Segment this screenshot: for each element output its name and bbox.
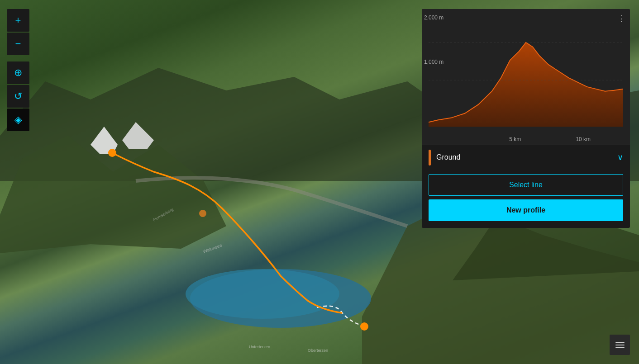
rotate-button[interactable]: ↺	[7, 85, 29, 108]
more-options-icon[interactable]: ⋮	[617, 14, 625, 24]
toolbar: + − ⊕ ↺ ◈	[7, 9, 29, 131]
zoom-out-button[interactable]: −	[7, 33, 29, 55]
right-panel: ⋮ 2,000 m 1,000 m 5 km 10 km Gro	[422, 9, 630, 228]
layers-button[interactable]: ◈	[7, 109, 29, 131]
svg-point-10	[199, 210, 206, 217]
y-axis-label-1000: 1,000 m	[424, 59, 443, 65]
x-axis-label-10km: 10 km	[576, 136, 591, 142]
ground-dropdown[interactable]: Ground ∨	[422, 145, 630, 170]
y-axis-label-2000: 2,000 m	[424, 14, 443, 21]
pan-button[interactable]: ⊕	[7, 61, 29, 84]
svg-text:Oberterzen: Oberterzen	[308, 348, 328, 353]
elevation-chart: ⋮ 2,000 m 1,000 m 5 km 10 km	[422, 9, 630, 145]
chevron-down-icon[interactable]: ∨	[617, 152, 623, 162]
svg-point-9	[360, 322, 368, 331]
svg-point-7	[186, 269, 339, 319]
chart-svg	[429, 16, 623, 131]
menu-line-1	[615, 342, 625, 343]
svg-text:Walensee: Walensee	[202, 242, 223, 254]
zoom-in-button[interactable]: +	[7, 9, 29, 32]
new-profile-button[interactable]: New profile	[429, 199, 623, 221]
menu-line-3	[615, 347, 625, 348]
svg-point-8	[108, 149, 116, 157]
menu-button[interactable]	[610, 335, 630, 355]
ground-accent-bar	[429, 150, 431, 165]
svg-text:Unterterzen: Unterterzen	[249, 345, 270, 349]
select-line-button[interactable]: Select line	[429, 174, 623, 196]
ground-label: Ground	[436, 153, 617, 161]
menu-line-2	[615, 345, 625, 345]
x-axis-label-5km: 5 km	[509, 136, 521, 142]
